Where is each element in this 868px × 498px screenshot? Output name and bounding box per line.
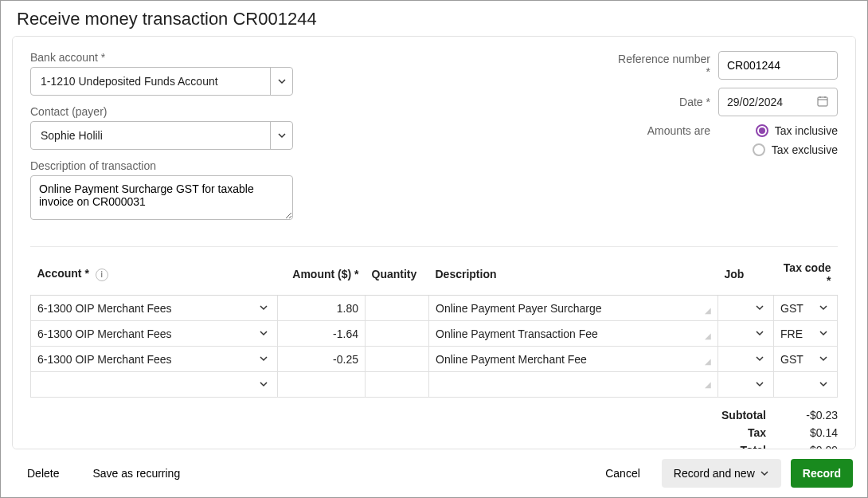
total-value: -$0.09 <box>790 444 838 449</box>
chevron-down-icon <box>270 122 292 149</box>
reference-label: Reference number * <box>615 53 710 78</box>
chevron-down-icon <box>256 378 271 391</box>
date-value: 29/02/2024 <box>727 96 783 108</box>
contact-select[interactable]: Sophie Holili <box>30 121 293 150</box>
description-label: Description of transaction <box>30 159 293 172</box>
cell-description[interactable]: Online Payment Merchant Fee◢ <box>429 347 718 372</box>
cell-quantity[interactable] <box>366 321 429 347</box>
chevron-down-icon <box>753 327 767 340</box>
totals: Subtotal -$0.23 Tax $0.14 Total -$0.09 <box>30 409 838 449</box>
cancel-button[interactable]: Cancel <box>593 459 652 488</box>
footer: Delete Save as recurring Cancel Record a… <box>1 449 867 497</box>
cell-account[interactable]: 6-1300 OIP Merchant Fees <box>31 347 278 372</box>
resize-handle-icon: ◢ <box>705 380 711 389</box>
chevron-down-icon <box>816 302 831 315</box>
cell-account[interactable]: 6-1300 OIP Merchant Fees <box>31 321 278 347</box>
resize-handle-icon: ◢ <box>705 306 711 315</box>
cell-taxcode[interactable]: GST <box>774 296 838 321</box>
separator <box>30 246 838 247</box>
cell-quantity[interactable] <box>366 296 429 321</box>
chevron-down-icon <box>753 353 767 366</box>
table-row: ◢ <box>31 372 838 398</box>
cell-amount[interactable]: -1.64 <box>278 321 366 347</box>
cell-account[interactable]: 6-1300 OIP Merchant Fees <box>31 296 278 321</box>
cell-description[interactable]: Online Payment Transaction Fee◢ <box>429 321 718 347</box>
radio-checked-icon <box>756 124 768 137</box>
chevron-down-icon <box>753 378 767 391</box>
tax-label: Tax <box>702 426 766 439</box>
cell-description[interactable]: Online Payment Payer Surcharge◢ <box>429 296 718 321</box>
col-account: Account * i <box>31 253 278 296</box>
cell-quantity[interactable] <box>366 372 429 398</box>
form-card: Bank account * 1-1210 Undeposited Funds … <box>12 36 856 449</box>
cell-account[interactable] <box>31 372 278 398</box>
col-quantity: Quantity <box>366 253 429 296</box>
chevron-down-icon <box>256 327 271 340</box>
total-label: Total <box>702 444 766 449</box>
record-button[interactable]: Record <box>791 459 853 488</box>
chevron-down-icon <box>816 353 831 366</box>
tax-value: $0.14 <box>790 426 838 439</box>
tax-exclusive-radio[interactable]: Tax exclusive <box>753 143 838 156</box>
chevron-down-icon <box>270 68 292 95</box>
cell-description[interactable]: ◢ <box>429 372 718 398</box>
page-title: Receive money transaction CR001244 <box>1 1 867 36</box>
chevron-down-icon <box>753 302 767 315</box>
radio-unchecked-icon <box>753 143 765 156</box>
date-label: Date * <box>679 96 710 108</box>
col-description: Description <box>429 253 718 296</box>
resize-handle-icon: ◢ <box>705 357 711 366</box>
line-items-table: Account * i Amount ($) * Quantity Descri… <box>30 253 838 398</box>
cell-taxcode[interactable] <box>774 372 838 398</box>
bank-account-label: Bank account * <box>30 51 293 64</box>
col-amount: Amount ($) * <box>278 253 366 296</box>
cell-amount[interactable]: -0.25 <box>278 347 366 372</box>
cell-job[interactable] <box>718 347 774 372</box>
cell-job[interactable] <box>718 372 774 398</box>
cell-job[interactable] <box>718 296 774 321</box>
chevron-down-icon <box>816 378 831 391</box>
bank-account-value: 1-1210 Undeposited Funds Account <box>31 68 270 95</box>
cell-quantity[interactable] <box>366 347 429 372</box>
chevron-down-icon <box>816 327 831 340</box>
cell-job[interactable] <box>718 321 774 347</box>
cell-amount[interactable] <box>278 372 366 398</box>
reference-input[interactable] <box>718 51 838 80</box>
delete-button[interactable]: Delete <box>15 459 71 488</box>
tax-exclusive-label: Tax exclusive <box>772 143 838 156</box>
svg-rect-0 <box>818 97 827 106</box>
save-recurring-button[interactable]: Save as recurring <box>80 459 192 488</box>
chevron-down-icon <box>760 469 769 478</box>
chevron-down-icon <box>256 302 271 315</box>
table-row: 6-1300 OIP Merchant Fees1.80Online Payme… <box>31 296 838 321</box>
subtotal-value: -$0.23 <box>790 409 838 422</box>
contact-label: Contact (payer) <box>30 105 293 118</box>
table-row: 6-1300 OIP Merchant Fees-0.25Online Paym… <box>31 347 838 372</box>
description-textarea[interactable]: Online Payment Surcharge GST for taxable… <box>30 175 293 220</box>
subtotal-label: Subtotal <box>702 409 766 422</box>
bank-account-select[interactable]: 1-1210 Undeposited Funds Account <box>30 67 293 96</box>
resize-handle-icon: ◢ <box>705 331 711 340</box>
info-icon[interactable]: i <box>96 269 108 281</box>
tax-inclusive-radio[interactable]: Tax inclusive <box>756 124 838 137</box>
cell-taxcode[interactable]: GST <box>774 347 838 372</box>
col-taxcode: Tax code * <box>774 253 838 296</box>
cell-amount[interactable]: 1.80 <box>278 296 366 321</box>
contact-value: Sophie Holili <box>31 122 270 149</box>
calendar-icon <box>816 95 829 110</box>
date-input[interactable]: 29/02/2024 <box>718 88 838 116</box>
amounts-are-label: Amounts are <box>647 124 710 137</box>
cell-taxcode[interactable]: FRE <box>774 321 838 347</box>
chevron-down-icon <box>256 353 271 366</box>
col-job: Job <box>718 253 774 296</box>
record-and-new-button[interactable]: Record and new <box>662 459 781 488</box>
table-row: 6-1300 OIP Merchant Fees-1.64Online Paym… <box>31 321 838 347</box>
tax-inclusive-label: Tax inclusive <box>775 124 838 137</box>
